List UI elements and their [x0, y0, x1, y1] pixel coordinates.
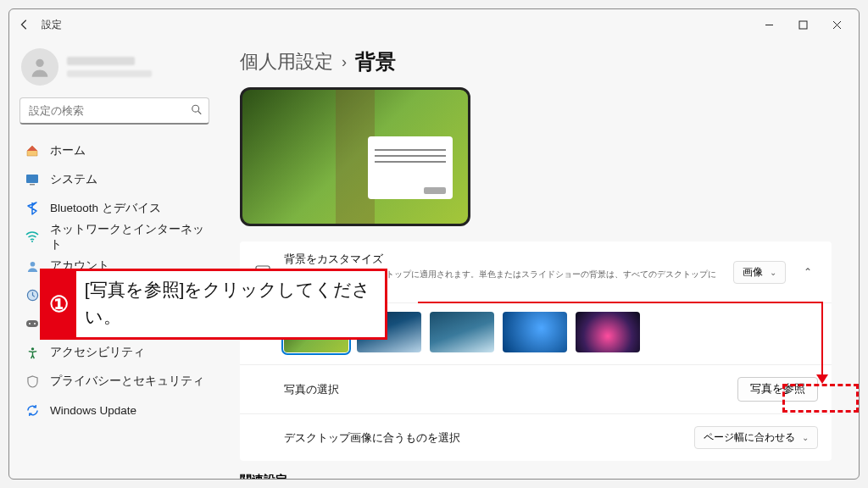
bluetooth-icon [25, 201, 40, 216]
choose-photo-row: 写真の選択 写真を参照 [240, 365, 832, 414]
settings-window: 設定 ホーム [8, 8, 860, 480]
related-heading: 関連設定 [240, 473, 832, 479]
home-icon [25, 143, 40, 158]
search-icon [191, 104, 203, 119]
svg-point-17 [259, 269, 262, 272]
sidebar-item-home[interactable]: ホーム [18, 136, 211, 165]
svg-rect-1 [799, 21, 807, 29]
user-icon [25, 258, 40, 274]
fit-label: デスクトップ画像に合うものを選択 [284, 430, 694, 446]
sidebar-item-update[interactable]: Windows Update [18, 396, 211, 424]
sidebar-item-label: ゲーム [50, 316, 86, 331]
sidebar-item-label: プライバシーとセキュリティ [50, 374, 204, 389]
sidebar-item-label: ネットワークとインターネット [50, 222, 204, 252]
background-type-dropdown[interactable]: 画像⌄ [733, 261, 786, 284]
breadcrumb: 個人用設定 › 背景 [240, 48, 832, 75]
fit-dropdown[interactable]: ページ幅に合わせる⌄ [694, 426, 818, 449]
sidebar-item-accessibility[interactable]: アクセシビリティ [18, 338, 211, 367]
svg-line-6 [198, 111, 202, 114]
chevron-right-icon: › [342, 53, 347, 71]
expand-toggle[interactable]: ⌃ [798, 266, 818, 278]
browse-photo-button[interactable]: 写真を参照 [737, 377, 818, 402]
sidebar: ホーム システム Bluetooth とデバイス ネットワークとインターネット … [9, 40, 220, 479]
nav-list: ホーム システム Bluetooth とデバイス ネットワークとインターネット … [18, 136, 211, 424]
svg-point-9 [31, 241, 33, 242]
sidebar-item-game[interactable]: ゲーム [18, 309, 211, 338]
game-icon [25, 316, 40, 331]
svg-rect-16 [256, 266, 270, 278]
wifi-icon [25, 230, 40, 245]
window-title: 設定 [42, 18, 62, 32]
wallpaper-thumb[interactable] [284, 312, 348, 352]
avatar-icon [21, 48, 58, 86]
customize-sub: 画像の背景は現在のデスクトップに適用されます。単色またはスライドショーの背景は、… [284, 269, 721, 292]
choose-photo-label: 写真の選択 [284, 382, 737, 397]
chevron-down-icon: ⌄ [770, 268, 776, 277]
sidebar-item-account[interactable]: アカウント [18, 252, 211, 280]
sidebar-item-label: アクセシビリティ [50, 345, 145, 360]
system-icon [25, 172, 40, 187]
fit-row: デスクトップ画像に合うものを選択 ページ幅に合わせる⌄ [240, 414, 832, 461]
customize-row[interactable]: 背景をカスタマイズ 画像の背景は現在のデスクトップに適用されます。単色またはスラ… [240, 241, 832, 303]
sidebar-item-label: システム [50, 172, 97, 187]
svg-rect-8 [30, 184, 35, 186]
svg-point-5 [192, 105, 199, 112]
titlebar: 設定 [9, 9, 859, 40]
chevron-down-icon: ⌄ [802, 433, 809, 442]
profile-name [67, 57, 135, 65]
wallpaper-thumb[interactable] [576, 312, 640, 352]
desktop-preview [240, 87, 470, 226]
preview-window-icon [368, 136, 453, 199]
svg-point-13 [29, 323, 31, 324]
svg-rect-7 [26, 175, 38, 183]
recent-images [240, 303, 832, 365]
back-button[interactable] [14, 14, 35, 35]
svg-point-4 [36, 59, 43, 67]
wallpaper-thumb[interactable] [357, 312, 421, 352]
sidebar-item-time[interactable]: 時刻と言語 [18, 280, 211, 309]
customize-title: 背景をカスタマイズ [284, 252, 721, 267]
sidebar-item-system[interactable]: システム [18, 165, 211, 194]
sidebar-item-label: Windows Update [50, 404, 136, 417]
search-box[interactable] [19, 97, 209, 125]
profile-email [67, 70, 152, 77]
svg-point-14 [34, 323, 36, 324]
accessibility-icon [25, 345, 40, 360]
page-title: 背景 [355, 48, 396, 75]
update-icon [25, 402, 40, 418]
close-button[interactable] [820, 12, 854, 37]
sidebar-item-privacy[interactable]: プライバシーとセキュリティ [18, 367, 211, 396]
profile[interactable] [18, 43, 211, 97]
sidebar-item-label: Bluetooth とデバイス [50, 201, 161, 216]
shield-icon [25, 374, 40, 389]
background-settings-card: 背景をカスタマイズ 画像の背景は現在のデスクトップに適用されます。単色またはスラ… [240, 241, 832, 461]
breadcrumb-parent[interactable]: 個人用設定 [240, 49, 333, 75]
wallpaper-thumb[interactable] [503, 312, 567, 352]
wallpaper-thumb[interactable] [430, 312, 494, 352]
clock-icon [25, 287, 40, 302]
svg-point-10 [30, 261, 35, 266]
sidebar-item-network[interactable]: ネットワークとインターネット [18, 223, 211, 252]
sidebar-item-label: アカウント [50, 258, 109, 274]
search-input[interactable] [19, 97, 209, 125]
sidebar-item-label: ホーム [50, 143, 86, 158]
svg-point-15 [31, 347, 33, 350]
sidebar-item-label: 時刻と言語 [50, 287, 109, 302]
image-icon [253, 263, 272, 281]
svg-rect-12 [26, 320, 38, 327]
sidebar-item-bluetooth[interactable]: Bluetooth とデバイス [18, 194, 211, 223]
maximize-button[interactable] [786, 12, 820, 37]
main-pane: 個人用設定 › 背景 背景をカスタマイズ 画像の背景は現在のデスクトップに適用さ… [220, 40, 859, 479]
minimize-button[interactable] [752, 12, 786, 37]
